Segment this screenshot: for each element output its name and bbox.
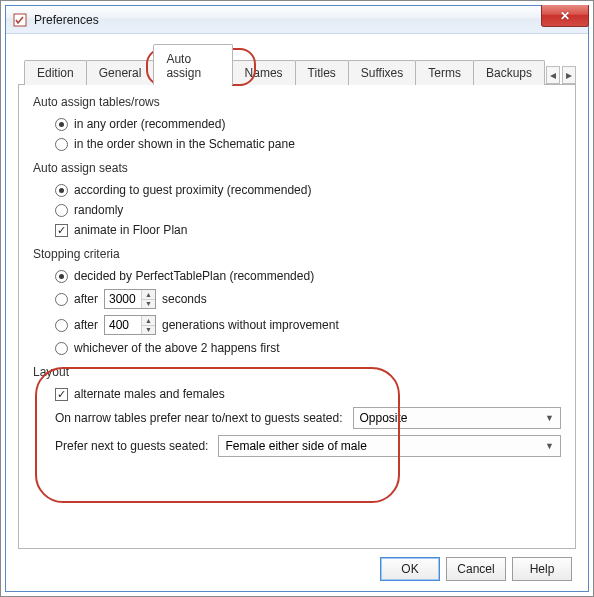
window-title: Preferences: [34, 13, 99, 27]
spinner-generations-input[interactable]: [105, 316, 141, 334]
radio-seats-proximity[interactable]: [55, 184, 68, 197]
dialog-footer: OK Cancel Help: [18, 549, 576, 583]
group-layout-title: Layout: [33, 365, 561, 379]
group-seats-title: Auto assign seats: [33, 161, 561, 175]
radio-stop-seconds[interactable]: [55, 293, 68, 306]
tab-auto-assign[interactable]: Auto assign: [153, 44, 232, 85]
group-stopping-title: Stopping criteria: [33, 247, 561, 261]
tab-terms[interactable]: Terms: [415, 60, 474, 85]
tab-titles[interactable]: Titles: [295, 60, 349, 85]
tabstrip: Edition General Auto assign Names Titles…: [18, 44, 576, 85]
radio-stop-generations-suffix: generations without improvement: [162, 318, 339, 332]
radio-stop-whichever-label: whichever of the above 2 happens first: [74, 341, 279, 355]
close-icon: ✕: [560, 9, 570, 23]
spinner-down-icon[interactable]: ▼: [142, 300, 155, 309]
chevron-right-icon: ▸: [566, 68, 572, 82]
close-button[interactable]: ✕: [541, 5, 589, 27]
spinner-seconds-input[interactable]: [105, 290, 141, 308]
checkbox-animate-label: animate in Floor Plan: [74, 223, 187, 237]
ok-button[interactable]: OK: [380, 557, 440, 581]
radio-stop-generations[interactable]: [55, 319, 68, 332]
combo-prefer-next-to[interactable]: Female either side of male ▼: [218, 435, 561, 457]
group-tables: Auto assign tables/rows in any order (re…: [33, 95, 561, 151]
radio-stop-whichever[interactable]: [55, 342, 68, 355]
chevron-down-icon: ▼: [545, 441, 554, 451]
radio-tables-any-order-label: in any order (recommended): [74, 117, 225, 131]
narrow-tables-label: On narrow tables prefer near to/next to …: [55, 411, 343, 425]
group-seats: Auto assign seats according to guest pro…: [33, 161, 561, 237]
combo-narrow-tables[interactable]: Opposite ▼: [353, 407, 562, 429]
radio-tables-any-order[interactable]: [55, 118, 68, 131]
combo-narrow-tables-value: Opposite: [360, 411, 408, 425]
radio-stop-seconds-prefix: after: [74, 292, 98, 306]
checkbox-animate[interactable]: ✓: [55, 224, 68, 237]
spinner-up-icon[interactable]: ▲: [142, 316, 155, 326]
spinner-seconds[interactable]: ▲▼: [104, 289, 156, 309]
radio-stop-seconds-suffix: seconds: [162, 292, 207, 306]
tab-general[interactable]: General: [86, 60, 155, 85]
radio-tables-schematic-order[interactable]: [55, 138, 68, 151]
tab-names[interactable]: Names: [232, 60, 296, 85]
group-stopping: Stopping criteria decided by PerfectTabl…: [33, 247, 561, 355]
group-tables-title: Auto assign tables/rows: [33, 95, 561, 109]
tab-page-auto-assign: Auto assign tables/rows in any order (re…: [18, 85, 576, 549]
chevron-down-icon: ▼: [545, 413, 554, 423]
titlebar: Preferences ✕: [6, 6, 588, 34]
group-layout: Layout ✓ alternate males and females On …: [33, 365, 561, 457]
prefer-next-to-label: Prefer next to guests seated:: [55, 439, 208, 453]
radio-stop-decided-label: decided by PerfectTablePlan (recommended…: [74, 269, 314, 283]
tab-edition[interactable]: Edition: [24, 60, 87, 85]
radio-seats-random-label: randomly: [74, 203, 123, 217]
tab-scroll-left[interactable]: ◂: [546, 66, 560, 84]
chevron-left-icon: ◂: [550, 68, 556, 82]
radio-stop-decided[interactable]: [55, 270, 68, 283]
combo-prefer-next-to-value: Female either side of male: [225, 439, 366, 453]
spinner-up-icon[interactable]: ▲: [142, 290, 155, 300]
radio-tables-schematic-order-label: in the order shown in the Schematic pane: [74, 137, 295, 151]
preferences-window: Preferences ✕ Edition General Auto assig…: [5, 5, 589, 592]
checkbox-alternate[interactable]: ✓: [55, 388, 68, 401]
spinner-generations[interactable]: ▲▼: [104, 315, 156, 335]
spinner-down-icon[interactable]: ▼: [142, 326, 155, 335]
cancel-button[interactable]: Cancel: [446, 557, 506, 581]
tab-scroll-right[interactable]: ▸: [562, 66, 576, 84]
tab-backups[interactable]: Backups: [473, 60, 545, 85]
help-button[interactable]: Help: [512, 557, 572, 581]
app-icon: [12, 12, 28, 28]
checkbox-alternate-label: alternate males and females: [74, 387, 225, 401]
tab-suffixes[interactable]: Suffixes: [348, 60, 416, 85]
radio-stop-generations-prefix: after: [74, 318, 98, 332]
radio-seats-proximity-label: according to guest proximity (recommende…: [74, 183, 311, 197]
radio-seats-random[interactable]: [55, 204, 68, 217]
